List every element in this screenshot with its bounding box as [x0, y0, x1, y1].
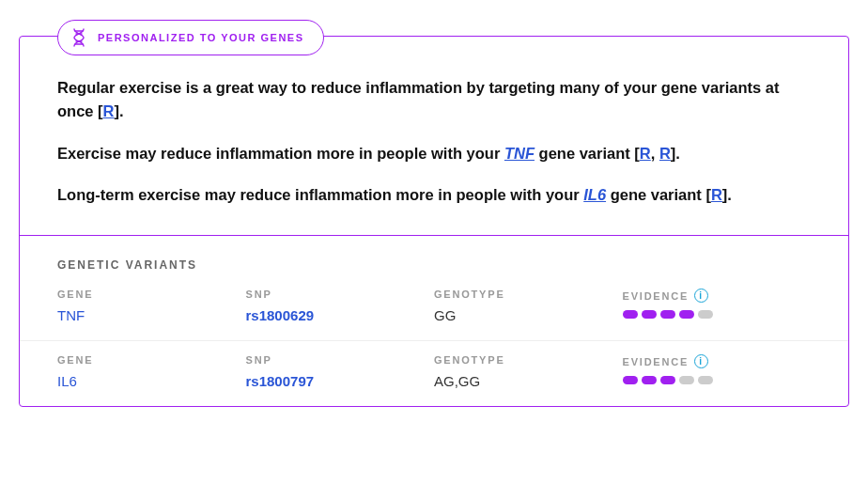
- genotype-value: AG,GG: [434, 373, 623, 389]
- personalized-card: PERSONALIZED TO YOUR GENES Regular exerc…: [19, 36, 849, 407]
- evidence-meter: [623, 310, 812, 319]
- paragraph-2: Exercise may reduce inflammation more in…: [57, 142, 811, 165]
- evidence-dot: [679, 310, 694, 319]
- snp-value[interactable]: rs1800797: [246, 373, 435, 389]
- evidence-meter: [623, 376, 812, 384]
- info-icon[interactable]: i: [694, 289, 708, 303]
- evidence-dot: [679, 376, 694, 384]
- evidence-dot: [698, 310, 713, 319]
- text: ].: [722, 186, 732, 203]
- evidence-dot: [623, 376, 638, 384]
- dna-icon: [71, 28, 86, 47]
- col-label-evidence: EVIDENCE i: [623, 354, 812, 368]
- col-label-snp: SNP: [246, 289, 435, 300]
- col-label-gene: GENE: [57, 289, 246, 300]
- variants-title: GENETIC VARIANTS: [20, 236, 848, 287]
- gene-link-tnf[interactable]: TNF: [504, 145, 535, 162]
- text: gene variant [: [535, 145, 640, 162]
- badge: PERSONALIZED TO YOUR GENES: [57, 20, 324, 55]
- info-icon[interactable]: i: [694, 354, 708, 368]
- evidence-dot: [642, 310, 657, 319]
- variant-row: GENEIL6SNPrs1800797GENOTYPEAG,GGEVIDENCE…: [20, 340, 848, 406]
- text: ,: [651, 145, 659, 162]
- evidence-dot: [660, 310, 675, 319]
- evidence-dot: [623, 310, 638, 319]
- content-body: Regular exercise is a great way to reduc…: [20, 37, 848, 235]
- reference-link[interactable]: R: [659, 145, 671, 162]
- paragraph-3: Long-term exercise may reduce inflammati…: [57, 183, 811, 207]
- text: ].: [115, 102, 124, 119]
- reference-link[interactable]: R: [711, 186, 722, 203]
- gene-value[interactable]: TNF: [57, 307, 246, 323]
- variants-section: GENETIC VARIANTS GENETNFSNPrs1800629GENO…: [20, 235, 848, 406]
- evidence-dot: [698, 376, 713, 384]
- badge-label: PERSONALIZED TO YOUR GENES: [98, 32, 304, 43]
- text: Exercise may reduce inflammation more in…: [57, 145, 504, 162]
- reference-link[interactable]: R: [103, 102, 115, 119]
- gene-value[interactable]: IL6: [57, 373, 246, 389]
- col-label-genotype: GENOTYPE: [434, 354, 623, 366]
- text: ].: [671, 145, 680, 162]
- text: gene variant [: [606, 186, 711, 203]
- variant-row: GENETNFSNPrs1800629GENOTYPEGGEVIDENCE i: [20, 287, 848, 340]
- col-label-snp: SNP: [246, 354, 435, 366]
- text: Regular exercise is a great way to reduc…: [57, 79, 779, 119]
- genotype-value: GG: [434, 307, 623, 323]
- evidence-dot: [660, 376, 675, 384]
- col-label-gene: GENE: [57, 354, 246, 366]
- col-label-genotype: GENOTYPE: [434, 289, 623, 300]
- evidence-dot: [642, 376, 657, 384]
- snp-value[interactable]: rs1800629: [246, 307, 435, 323]
- col-label-evidence: EVIDENCE i: [623, 289, 812, 303]
- gene-link-il6[interactable]: IL6: [583, 186, 606, 203]
- text: Long-term exercise may reduce inflammati…: [57, 186, 583, 203]
- paragraph-1: Regular exercise is a great way to reduc…: [57, 76, 811, 123]
- reference-link[interactable]: R: [640, 145, 651, 162]
